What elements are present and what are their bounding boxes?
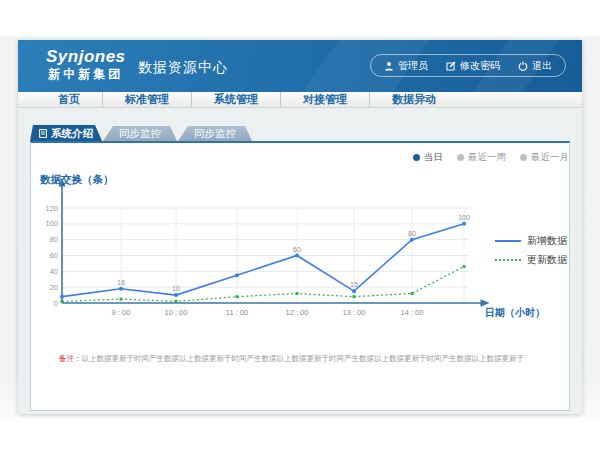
user-icon bbox=[384, 61, 394, 71]
data-point-marker bbox=[174, 293, 178, 297]
legend-update-data-label: 更新数据 bbox=[527, 253, 567, 267]
blue-line-sample-icon bbox=[495, 240, 521, 242]
x-tick-label: 12 : 00 bbox=[286, 308, 309, 317]
data-point-marker bbox=[61, 300, 64, 303]
radio-last-month-label: 最近一月 bbox=[531, 151, 569, 164]
green-dotted-line-sample-icon bbox=[495, 259, 521, 261]
x-tick-label: 13 : 00 bbox=[343, 308, 366, 317]
data-point-label: 100 bbox=[458, 214, 470, 221]
radio-dot bbox=[457, 154, 464, 161]
nav-item-system-mgmt[interactable]: 系统管理 bbox=[191, 92, 280, 107]
data-point-marker bbox=[463, 265, 466, 268]
radio-last-week-label: 最近一周 bbox=[468, 151, 506, 164]
y-tick-label: 0 bbox=[54, 299, 58, 308]
x-tick-label: 11 : 00 bbox=[226, 308, 248, 317]
y-tick-label: 120 bbox=[45, 204, 58, 213]
x-axis-arrow-icon bbox=[481, 299, 490, 307]
data-point-label: 60 bbox=[293, 246, 301, 253]
logout-label: 退出 bbox=[532, 59, 552, 73]
admin-user-label: 管理员 bbox=[398, 59, 428, 73]
page-title: 数据资源中心 bbox=[138, 59, 228, 77]
y-tick-label: 100 bbox=[45, 219, 58, 228]
data-point-label: 15 bbox=[350, 281, 358, 288]
nav-item-home[interactable]: 首页 bbox=[36, 92, 102, 107]
tab-sync-monitor-2[interactable]: 同步监控 bbox=[178, 126, 252, 141]
data-point-label: 80 bbox=[408, 230, 416, 237]
tab-sync-monitor-1[interactable]: 同步监控 bbox=[103, 126, 177, 141]
data-point-marker bbox=[296, 292, 299, 295]
chart-panel: 当日 最近一周 最近一月 0204060801001209 : 0010 : 0… bbox=[30, 141, 570, 411]
data-point-marker bbox=[120, 298, 123, 301]
app-header: Synjones 新中新集团 数据资源中心 管理员 修改密码 bbox=[18, 40, 582, 92]
y-tick-label: 80 bbox=[50, 235, 58, 244]
legend-new-data-label: 新增数据 bbox=[527, 234, 567, 248]
tab-system-intro[interactable]: 系统介绍 bbox=[30, 125, 102, 141]
radio-dot-selected bbox=[413, 154, 420, 161]
nav-item-standard-mgmt[interactable]: 标准管理 bbox=[102, 92, 191, 107]
main-nav: 首页 标准管理 系统管理 对接管理 数据异动 bbox=[18, 92, 582, 108]
footnote-body: 以上数据更新于时间产生数据以上数据更新于时间产生数据以上数据更新于时间产生数据以… bbox=[82, 354, 525, 363]
legend-item-update-data[interactable]: 更新数据 bbox=[495, 250, 567, 269]
page: Synjones 新中新集团 数据资源中心 管理员 修改密码 bbox=[0, 0, 600, 450]
x-tick-label: 14 : 00 bbox=[401, 308, 424, 317]
data-point-marker bbox=[411, 292, 414, 295]
data-point-marker bbox=[235, 273, 239, 277]
data-point-marker bbox=[352, 289, 356, 293]
logout-button[interactable]: 退出 bbox=[509, 59, 561, 73]
data-point-marker bbox=[175, 300, 178, 303]
y-tick-label: 60 bbox=[50, 251, 58, 260]
data-point-label: 10 bbox=[172, 285, 180, 292]
x-tick-label: 9 : 00 bbox=[112, 308, 131, 317]
radio-today-label: 当日 bbox=[424, 151, 443, 164]
brand-logo: Synjones 新中新集团 bbox=[46, 47, 126, 82]
edit-icon bbox=[446, 61, 456, 71]
radio-last-week[interactable]: 最近一周 bbox=[457, 151, 506, 164]
app-window: Synjones 新中新集团 数据资源中心 管理员 修改密码 bbox=[18, 40, 582, 414]
change-password-label: 修改密码 bbox=[460, 59, 500, 73]
data-point-marker bbox=[295, 254, 299, 258]
nav-item-interface-mgmt[interactable]: 对接管理 bbox=[280, 92, 369, 107]
content-area: 系统介绍 同步监控 同步监控 当日 最近一周 bbox=[18, 108, 582, 414]
nav-item-data-change[interactable]: 数据异动 bbox=[369, 92, 458, 107]
x-tick-label: 10 : 00 bbox=[165, 308, 188, 317]
time-range-radio-group: 当日 最近一周 最近一月 bbox=[413, 151, 569, 164]
brand-logo-wordmark: Synjones bbox=[46, 47, 126, 67]
radio-dot bbox=[520, 154, 527, 161]
document-icon bbox=[39, 129, 47, 138]
tab-system-intro-label: 系统介绍 bbox=[51, 125, 93, 141]
data-point-marker bbox=[353, 295, 356, 298]
y-tick-label: 20 bbox=[50, 283, 58, 292]
footnote-prefix: 备注： bbox=[59, 354, 82, 363]
radio-today[interactable]: 当日 bbox=[413, 151, 443, 164]
y-tick-label: 40 bbox=[50, 267, 58, 276]
radio-last-month[interactable]: 最近一月 bbox=[520, 151, 569, 164]
line-chart: 0204060801001209 : 0010 : 0011 : 0012 : … bbox=[37, 169, 552, 329]
y-axis-title: 数据交换（条） bbox=[39, 173, 114, 186]
data-point-marker bbox=[462, 222, 466, 226]
x-axis-title: 日期（小时） bbox=[485, 307, 545, 318]
change-password-button[interactable]: 修改密码 bbox=[437, 59, 509, 73]
admin-user-button[interactable]: 管理员 bbox=[375, 59, 437, 73]
power-icon bbox=[518, 61, 528, 71]
legend-item-new-data[interactable]: 新增数据 bbox=[495, 231, 567, 250]
tab-bar: 系统介绍 同步监控 同步监控 bbox=[30, 125, 253, 141]
data-point-marker bbox=[119, 287, 123, 291]
brand-logo-chinese: 新中新集团 bbox=[46, 67, 126, 82]
data-point-marker bbox=[60, 295, 64, 299]
user-toolbar: 管理员 修改密码 退出 bbox=[370, 54, 566, 77]
footnote: 备注：以上数据更新于时间产生数据以上数据更新于时间产生数据以上数据更新于时间产生… bbox=[59, 354, 561, 364]
chart-legend: 新增数据 更新数据 bbox=[495, 231, 567, 269]
data-point-marker bbox=[236, 295, 239, 298]
data-point-label: 18 bbox=[117, 279, 125, 286]
data-point-marker bbox=[410, 238, 414, 242]
